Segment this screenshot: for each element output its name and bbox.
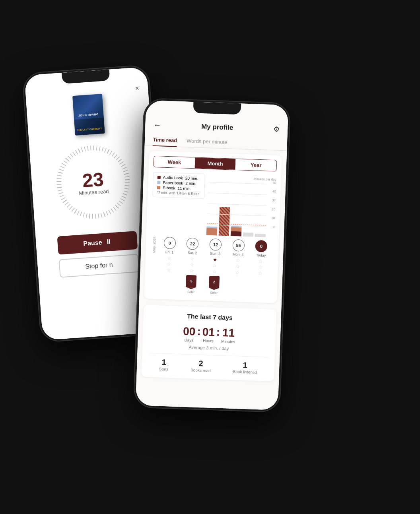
y-20: 20 [269,207,275,211]
star-sun-3: ☆ [212,269,217,274]
cal-circle-sun: 12 [209,238,222,250]
pause-button[interactable]: Pause ⏸ [57,231,138,254]
svg-line-30 [63,200,67,202]
svg-line-51 [81,147,83,152]
stats-row: 1 Stars 2 Books read 1 Book listened [148,353,268,375]
stat-stars-value: 1 [159,357,169,367]
svg-line-10 [115,205,119,208]
svg-line-35 [57,187,62,188]
cal-stars-sat: ☆ ☆ ☆ [189,256,194,273]
close-button[interactable]: × [135,84,140,93]
svg-line-28 [67,204,70,207]
star-sun-1: ★ [213,257,217,262]
badge-text-sun: Sider [210,291,218,295]
svg-line-54 [91,145,91,150]
cal-day-today: 0 Today ☆ ☆ ☆ [249,240,273,276]
svg-line-45 [66,158,69,161]
stat-books-listened: 1 Book listened [233,360,257,374]
period-tab-year[interactable]: Year [235,159,277,171]
badge-sat: 5 [186,275,197,287]
star-today-2: ☆ [258,264,262,270]
ebook-legend-value: 11 min. [177,186,191,190]
hours-value: 01 [202,325,215,338]
stat-listened-label: Book listened [233,369,257,374]
back-button[interactable]: ← [153,120,161,130]
cal-circle-sat: 22 [187,237,199,250]
svg-line-70 [124,173,129,174]
svg-line-33 [58,192,63,194]
page-title: My profile [201,122,233,132]
paper-legend-label: Paper book [163,180,183,185]
stat-books-label: Books read [191,368,211,373]
cal-label-fri: Fri. 1 [165,250,174,254]
last7-title: The last 7 days [150,311,270,323]
legend-note: *7 min. with 'Listen & Read' [157,190,200,196]
cal-circle-today: 0 [255,240,268,252]
svg-line-4 [124,191,128,192]
cal-circle-fri: 0 [163,237,176,249]
period-tab-week[interactable]: Week [154,156,195,168]
period-tab-month[interactable]: Month [194,157,236,170]
days-block: 00 Days [183,325,196,342]
svg-line-12 [111,208,114,212]
action-buttons: Pause ⏸ Stop for n [57,231,140,277]
badge-text-sat: Sider [187,290,195,294]
stat-stars: 1 Stars [159,357,169,371]
svg-line-0 [125,179,130,180]
cal-label-sun: Sun. 3 [210,251,220,256]
svg-line-47 [70,153,73,157]
period-tabs: Week Month Year [154,155,277,171]
star-3: ☆ [167,267,171,273]
sep-2: : [216,326,220,338]
cal-circle-mon: 55 [232,239,245,251]
star-sat-1: ☆ [190,256,194,262]
tab-time-read[interactable]: Time read [153,133,177,146]
svg-line-38 [57,178,62,178]
hours-unit: Hours [202,338,215,343]
days-value: 00 [183,325,196,338]
stop-button[interactable]: Stop for n [59,254,140,277]
star-sat-2: ☆ [190,262,194,268]
svg-line-46 [68,155,71,159]
cal-day-sat: 22 Sat. 2 ☆ ☆ ☆ 5 [180,237,204,294]
svg-line-48 [73,151,76,155]
audio-legend-value: 20 min. [185,176,198,180]
stop-label: Stop for n [85,261,113,270]
svg-line-57 [99,146,100,151]
svg-line-23 [80,211,82,216]
svg-line-20 [89,213,90,218]
svg-line-13 [109,210,111,214]
last7-section: The last 7 days 00 Days : 01 Hours : [141,305,276,382]
svg-line-21 [86,213,87,218]
svg-line-9 [117,203,121,206]
star-mon-2: ☆ [235,264,240,269]
book-cover: JOHN IRVING THE LAST CHAIRLIFT [72,94,105,136]
svg-line-53 [88,146,88,151]
svg-line-17 [98,213,99,218]
svg-line-27 [69,206,72,209]
y-30: 30 [269,198,276,202]
settings-icon[interactable]: ⚙ [273,124,280,134]
svg-line-59 [105,148,106,152]
tab-words-per-minute[interactable]: Words per minute [187,134,228,148]
cal-day-fri: 0 Fri. 1 ☆ ☆ ☆ [158,237,181,273]
badge-num-sun: 2 [213,280,215,284]
cal-stars-fri: ☆ ☆ ☆ [167,255,172,273]
svg-line-39 [57,175,62,176]
svg-line-60 [107,149,109,153]
badge-sun: 2 [209,275,220,288]
svg-line-71 [124,176,129,177]
svg-line-34 [58,190,62,191]
star-today-3: ☆ [258,270,262,276]
book-author: JOHN IRVING [78,112,99,117]
svg-line-6 [122,196,126,198]
star-2: ☆ [167,261,171,267]
svg-line-56 [97,145,97,150]
star-sun-2: ☆ [212,263,217,268]
cal-stars-mon: ☆ ☆ ☆ [235,258,240,275]
paper-legend-dot [157,180,160,184]
svg-line-49 [76,150,78,154]
stat-books-read: 2 Books read [191,359,211,373]
svg-line-52 [84,146,86,151]
svg-line-42 [60,166,65,168]
